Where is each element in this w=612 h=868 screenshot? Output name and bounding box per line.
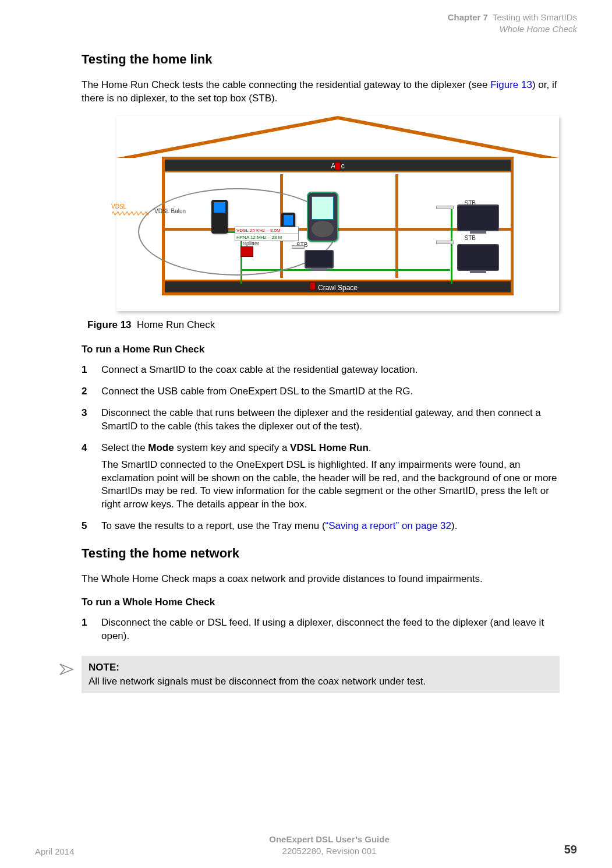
step-4: 4 Select the Mode system key and specify…	[82, 442, 560, 512]
page-header: Chapter 7 Testing with SmartIDs Whole Ho…	[35, 12, 577, 34]
splitter-icon	[240, 246, 253, 257]
coax-wire	[451, 231, 452, 284]
link-figure-13[interactable]: Figure 13	[490, 79, 532, 90]
balun-label: VDSL Balun	[154, 208, 186, 214]
page-footer: April 2014 OneExpert DSL User’s Guide 22…	[35, 834, 577, 856]
intro-paragraph-1: The Home Run Check tests the cable conne…	[82, 79, 560, 105]
frequency-legend: VDSL 25 KHz – 8.5M HPNA 12 MHz – 28 M	[235, 227, 299, 241]
figure-caption: Figure 13 Home Run Check	[87, 319, 560, 331]
coax-wire	[451, 206, 452, 231]
note-callout: NOTE: All live network signals must be d…	[55, 656, 560, 693]
tv-icon	[305, 250, 334, 269]
step-5: 5 To save the results to a report, use t…	[82, 520, 560, 533]
stb-icon	[436, 241, 454, 244]
tv-icon	[457, 204, 499, 231]
note-body: All live network signals must be disconn…	[89, 675, 553, 689]
procedure-heading-home-run: To run a Home Run Check	[82, 344, 560, 355]
smartid-device-icon	[211, 200, 228, 234]
stb-label: STB	[465, 235, 476, 241]
heading-testing-home-link: Testing the home link	[82, 52, 560, 67]
footer-date: April 2014	[35, 846, 116, 856]
whole-home-steps: 1 Disconnect the cable or DSL feed. If u…	[82, 616, 560, 643]
home-run-diagram: Attic Crawl Space VDS	[116, 116, 559, 311]
stb-icon	[292, 245, 305, 249]
heading-testing-home-network: Testing the home network	[82, 546, 560, 561]
oneexpert-device-icon	[307, 192, 338, 242]
chapter-title: Testing with SmartIDs	[493, 12, 577, 22]
svg-marker-0	[60, 664, 73, 675]
attic-splitter-icon	[335, 162, 341, 170]
step-4-followup: The SmartID connected to the OneExpert D…	[101, 458, 560, 512]
link-saving-report[interactable]: “Saving a report” on page 32	[326, 520, 451, 531]
note-arrow-icon	[55, 656, 78, 683]
footer-guide-title: OneExpert DSL User’s Guide	[116, 834, 542, 845]
tv-icon	[457, 244, 499, 271]
step-1: 1 Disconnect the cable or DSL feed. If u…	[82, 616, 560, 643]
crawl-splitter-icon	[310, 282, 316, 290]
chapter-number: Chapter 7	[448, 12, 488, 22]
figure-13: Attic Crawl Space VDS	[82, 116, 560, 331]
procedure-heading-whole-home: To run a Whole Home Check	[82, 597, 560, 608]
intro-paragraph-2: The Whole Home Check maps a coax network…	[82, 573, 560, 586]
crawl-label: Crawl Space	[165, 280, 511, 292]
splitter-label: Splitter	[243, 241, 259, 246]
vdsl-signal-icon: ∿∿∿∿∿∿∿∿	[111, 209, 152, 217]
footer-docnum: 22052280, Revision 001	[116, 845, 542, 857]
step-1: 1 Connect a SmartID to the coax cable at…	[82, 364, 560, 377]
footer-page-number: 59	[542, 843, 577, 856]
page-content: Testing the home link The Home Run Check…	[35, 52, 577, 693]
note-title: NOTE:	[89, 661, 553, 675]
step-3: 3 Disconnect the cable that runs between…	[82, 407, 560, 433]
attic-label: Attic	[165, 160, 511, 172]
stb-icon	[436, 206, 454, 209]
header-section: Whole Home Check	[35, 23, 577, 35]
home-run-steps: 1 Connect a SmartID to the coax cable at…	[82, 364, 560, 533]
step-2: 2 Connect the USB cable from OneExpert D…	[82, 385, 560, 398]
